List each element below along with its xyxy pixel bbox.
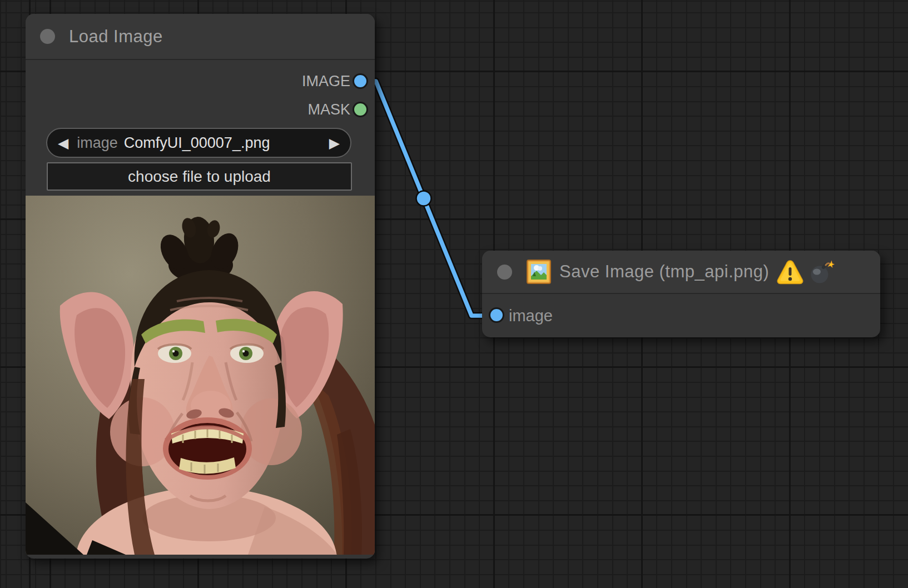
collapse-dot[interactable] bbox=[497, 265, 512, 280]
link-wire[interactable] bbox=[361, 81, 492, 316]
bomb-icon bbox=[809, 260, 835, 284]
load-image-node[interactable]: Load Image IMAGE MASK ◀ image ComfyUI_00… bbox=[26, 14, 375, 559]
node-title: Save Image (tmp_api.png) bbox=[559, 262, 769, 282]
warning-icon bbox=[777, 260, 803, 285]
combo-next-arrow-icon[interactable]: ▶ bbox=[329, 136, 340, 150]
node-title: Load Image bbox=[69, 27, 163, 47]
combo-value: ComfyUI_00007_.png bbox=[124, 134, 270, 152]
combo-param-label: image bbox=[77, 134, 118, 152]
image-preview bbox=[26, 196, 375, 555]
link-midpoint-dot[interactable] bbox=[416, 191, 431, 206]
output-slot-image[interactable] bbox=[353, 73, 368, 89]
save-image-node[interactable]: Save Image (tmp_api.png) image bbox=[482, 251, 880, 337]
load-image-title-bar[interactable]: Load Image bbox=[26, 14, 375, 60]
input-slot-image[interactable] bbox=[489, 307, 504, 323]
input-label-image: image bbox=[509, 306, 553, 325]
framed-picture-icon bbox=[527, 260, 551, 284]
output-label-image: IMAGE bbox=[302, 72, 350, 90]
image-filename-combo[interactable]: ◀ image ComfyUI_00007_.png ▶ bbox=[46, 128, 351, 158]
output-slot-mask[interactable] bbox=[353, 102, 368, 117]
upload-button[interactable]: choose file to upload bbox=[47, 162, 352, 191]
link-wire-outline bbox=[361, 81, 492, 316]
output-label-mask: MASK bbox=[307, 101, 350, 118]
combo-prev-arrow-icon[interactable]: ◀ bbox=[58, 136, 68, 150]
save-image-title-bar[interactable]: Save Image (tmp_api.png) bbox=[482, 251, 880, 294]
collapse-dot[interactable] bbox=[40, 29, 55, 44]
graph-canvas[interactable]: Load Image IMAGE MASK ◀ image ComfyUI_00… bbox=[0, 0, 908, 588]
upload-button-label: choose file to upload bbox=[128, 168, 271, 186]
